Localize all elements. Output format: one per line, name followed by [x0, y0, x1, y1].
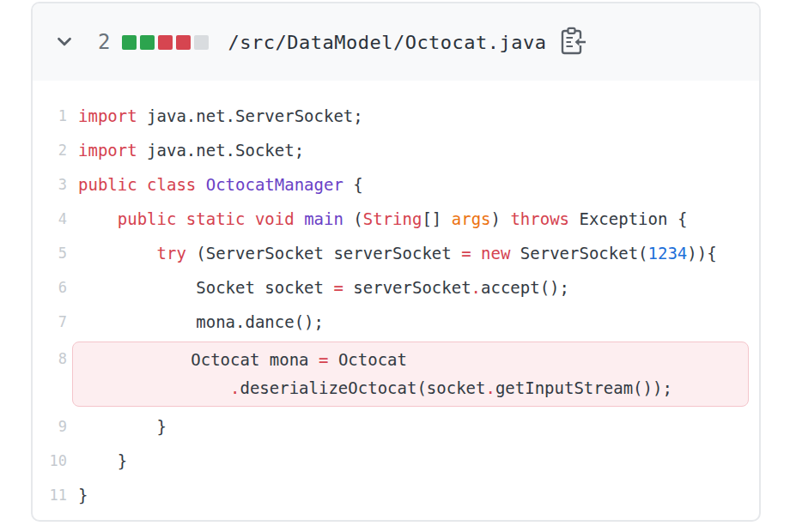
line-number: 7	[33, 313, 67, 330]
diff-stat-blocks	[122, 35, 209, 50]
code-line: 3public class OctocatManager {	[33, 167, 759, 202]
file-header: 2 /src/DataModel/Octocat.java	[33, 3, 759, 81]
line-number: 2	[33, 142, 67, 159]
code-text: }	[78, 409, 167, 444]
code-line: 2import java.net.Socket;	[33, 133, 759, 167]
code-line: 4 public static void main (String[] args…	[33, 202, 759, 236]
code-text: public static void main (String[] args) …	[78, 202, 687, 236]
line-number: 11	[33, 487, 67, 504]
code-text: .deserializeOctocat(socket.getInputStrea…	[73, 374, 748, 402]
code-line: 9 }	[33, 409, 759, 444]
file-path: /src/DataModel/Octocat.java	[228, 32, 546, 53]
line-number: 5	[33, 245, 67, 262]
code-text: try (ServerSocket serverSocket = new Ser…	[78, 236, 717, 270]
code-line: 11}	[33, 478, 759, 512]
code-line: 7 mona.dance();	[33, 305, 759, 339]
diff-block-green	[140, 35, 155, 50]
vulnerability-highlight-box: Octocat mona = Octocat .deserializeOctoc…	[72, 342, 749, 407]
line-number: 6	[33, 279, 67, 296]
code-text: Socket socket = serverSocket.accept();	[78, 270, 569, 305]
code-text: import java.net.Socket;	[78, 133, 304, 167]
clipboard-copy-icon	[559, 27, 586, 58]
line-number: 9	[33, 418, 67, 435]
code-text: public class OctocatManager {	[78, 167, 363, 202]
code-text: Octocat mona = Octocat	[73, 346, 748, 374]
code-line: 1import java.net.ServerSocket;	[33, 99, 759, 133]
copy-path-button[interactable]	[556, 25, 590, 59]
line-number: 10	[33, 452, 67, 469]
code-text: mona.dance();	[78, 305, 324, 339]
code-view: 1import java.net.ServerSocket;2import ja…	[33, 81, 759, 512]
chevron-down-icon	[53, 30, 76, 55]
diff-block-red	[158, 35, 173, 50]
code-text: }	[78, 478, 88, 512]
diff-block-green	[122, 35, 137, 50]
code-line-highlighted: 8 Octocat mona = Octocat .deserializeOct…	[33, 339, 759, 409]
diff-block-gray	[194, 35, 209, 50]
code-line: 6 Socket socket = serverSocket.accept();	[33, 270, 759, 305]
line-number: 1	[33, 107, 67, 124]
diff-block-red	[176, 35, 191, 50]
changes-count: 2	[98, 30, 110, 54]
line-number: 4	[33, 210, 67, 227]
code-text: }	[78, 444, 127, 478]
code-line: 5 try (ServerSocket serverSocket = new S…	[33, 236, 759, 270]
code-text: import java.net.ServerSocket;	[78, 99, 363, 133]
line-number: 3	[33, 176, 67, 193]
collapse-button[interactable]	[52, 29, 77, 55]
line-number: 8	[33, 342, 67, 376]
file-diff-card: 2 /src/DataModel/Octocat.java 1import ja…	[31, 2, 761, 522]
code-line: 10 }	[33, 444, 759, 478]
